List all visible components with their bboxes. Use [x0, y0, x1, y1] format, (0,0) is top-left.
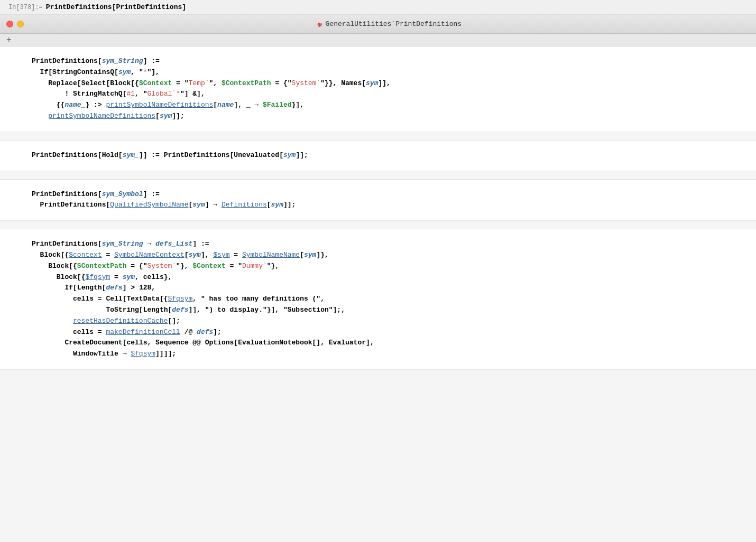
traffic-lights [6, 21, 24, 27]
cell-gap-2 [0, 171, 756, 180]
code-cell-1: PrintDefinitions[sym_String] := If[Strin… [0, 46, 756, 132]
code-cell-3: PrintDefinitions[sym_Symbol] := PrintDef… [0, 180, 756, 221]
code-block-3: PrintDefinitions[sym_Symbol] := PrintDef… [32, 189, 724, 211]
code-block-1: PrintDefinitions[sym_String] := If[Strin… [32, 56, 724, 122]
input-line: In[378]:= PrintDefinitions[PrintDefiniti… [0, 0, 756, 15]
cell-gap-3 [0, 221, 756, 229]
window-title-text: GeneralUtilities`PrintDefinitions [326, 20, 462, 28]
code-cell-2: PrintDefinitions[Hold[sym_]] := PrintDef… [0, 141, 756, 171]
window-title: ❋ GeneralUtilities`PrintDefinitions [29, 19, 750, 30]
cell-gap-1 [0, 132, 756, 141]
tab-bar: + [0, 34, 756, 46]
new-tab-button[interactable]: + [4, 35, 14, 45]
content-area: PrintDefinitions[sym_String] := If[Strin… [0, 46, 756, 370]
code-cell-4: PrintDefinitions[sym_String → defs_List]… [0, 229, 756, 370]
input-label: In[378]:= [8, 4, 43, 11]
notebook-icon: ❋ [317, 19, 322, 30]
code-block-4: PrintDefinitions[sym_String → defs_List]… [32, 239, 724, 360]
code-block-2: PrintDefinitions[Hold[sym_]] := PrintDef… [32, 150, 724, 161]
minimize-button[interactable] [17, 21, 24, 27]
close-button[interactable] [6, 21, 13, 27]
input-code: PrintDefinitions[PrintDefinitions] [46, 3, 186, 11]
title-bar: ❋ GeneralUtilities`PrintDefinitions [0, 15, 756, 34]
